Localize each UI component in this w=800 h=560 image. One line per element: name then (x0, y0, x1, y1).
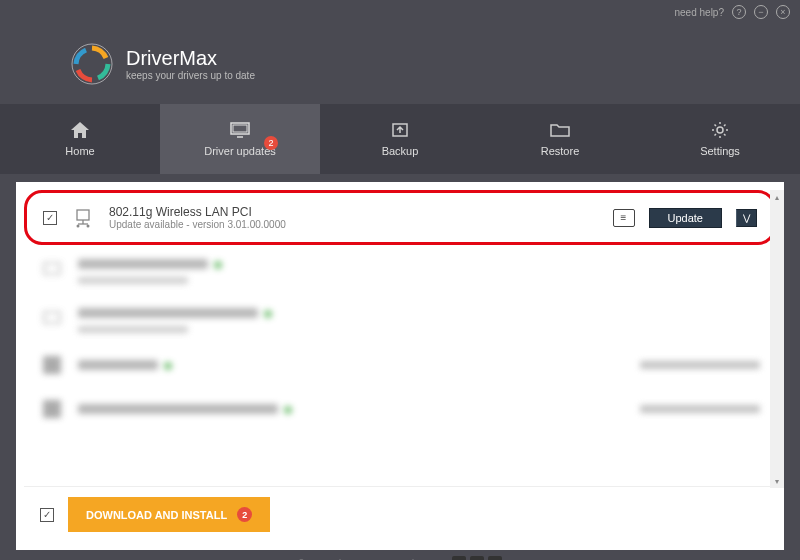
scroll-up-icon[interactable]: ▴ (770, 190, 784, 204)
blurred-right (640, 361, 760, 369)
nav-backup-label: Backup (382, 145, 419, 157)
svg-rect-13 (43, 356, 61, 374)
driver-row-highlighted: ✓ 802.11g Wireless LAN PCI Update availa… (24, 190, 776, 245)
nav-settings-label: Settings (700, 145, 740, 157)
logo-icon (70, 42, 114, 86)
nav-settings[interactable]: Settings (640, 104, 800, 174)
close-button[interactable]: × (776, 5, 790, 19)
brand-tagline: keeps your drivers up to date (126, 70, 255, 81)
svg-rect-14 (43, 400, 61, 418)
update-dropdown[interactable]: ⋁ (736, 209, 757, 227)
scrollbar[interactable]: ▴ ▾ (770, 190, 784, 488)
updates-badge: 2 (264, 136, 278, 150)
select-all-checkbox[interactable]: ✓ (40, 508, 54, 522)
brand-name: DriverMax (126, 47, 255, 70)
footer-row: ✓ DOWNLOAD AND INSTALL 2 (24, 486, 776, 542)
driver-row-blurred (24, 387, 776, 431)
status-dot-icon (284, 406, 292, 414)
minimize-button[interactable]: − (754, 5, 768, 19)
svg-point-5 (717, 127, 723, 133)
nav-restore-label: Restore (541, 145, 580, 157)
download-badge: 2 (237, 507, 252, 522)
folder-icon (550, 121, 570, 139)
blurred-sub (78, 326, 188, 333)
svg-point-9 (77, 224, 80, 227)
driver-title: 802.11g Wireless LAN PCI (109, 205, 599, 219)
windows-device-icon (40, 397, 64, 421)
backup-icon (390, 121, 410, 139)
monitor-device-icon (40, 258, 64, 282)
nav-driver-updates[interactable]: Driver updates 2 (160, 104, 320, 174)
windows-device-icon (40, 353, 64, 377)
download-install-button[interactable]: DOWNLOAD AND INSTALL 2 (68, 497, 270, 532)
nav-backup[interactable]: Backup (320, 104, 480, 174)
details-icon[interactable]: ≡ (613, 209, 635, 227)
driver-row-blurred (24, 294, 776, 343)
nav-home[interactable]: Home (0, 104, 160, 174)
status-dot-icon (164, 362, 172, 370)
blurred-title (78, 308, 258, 318)
blurred-title (78, 259, 208, 269)
content-panel: ✓ 802.11g Wireless LAN PCI Update availa… (16, 182, 784, 550)
nav-home-label: Home (65, 145, 94, 157)
svg-rect-11 (44, 263, 60, 274)
driver-row-blurred (24, 245, 776, 294)
blurred-title (78, 404, 278, 414)
google-plus-icon[interactable]: g+ (488, 556, 502, 560)
status-dot-icon (264, 310, 272, 318)
blurred-sub (78, 277, 188, 284)
checkbox[interactable]: ✓ (43, 211, 57, 225)
download-label: DOWNLOAD AND INSTALL (86, 509, 227, 521)
svg-rect-12 (44, 312, 60, 323)
help-icon[interactable]: ? (732, 5, 746, 19)
blurred-right (640, 405, 760, 413)
svg-rect-6 (77, 210, 89, 220)
blurred-title (78, 360, 158, 370)
home-icon (70, 121, 90, 139)
main-nav: Home Driver updates 2 Backup Restore Set… (0, 104, 800, 174)
audio-device-icon (40, 307, 64, 331)
help-link[interactable]: need help? (675, 7, 725, 18)
svg-point-10 (87, 224, 90, 227)
update-button[interactable]: Update (649, 208, 722, 228)
app-header: DriverMax keeps your drivers up to date (0, 24, 800, 104)
driver-row-blurred (24, 343, 776, 387)
svg-rect-2 (233, 125, 247, 132)
facebook-icon[interactable]: f (452, 556, 466, 560)
driver-subtitle: Update available - version 3.01.00.0000 (109, 219, 599, 230)
network-device-icon (71, 206, 95, 230)
status-dot-icon (214, 261, 222, 269)
gear-icon (710, 121, 730, 139)
bottom-bar: © 2017 DriverMax PRO version 9.17 f t g+ (0, 550, 800, 560)
twitter-icon[interactable]: t (470, 556, 484, 560)
monitor-icon (230, 121, 250, 139)
nav-restore[interactable]: Restore (480, 104, 640, 174)
scroll-down-icon[interactable]: ▾ (770, 474, 784, 488)
